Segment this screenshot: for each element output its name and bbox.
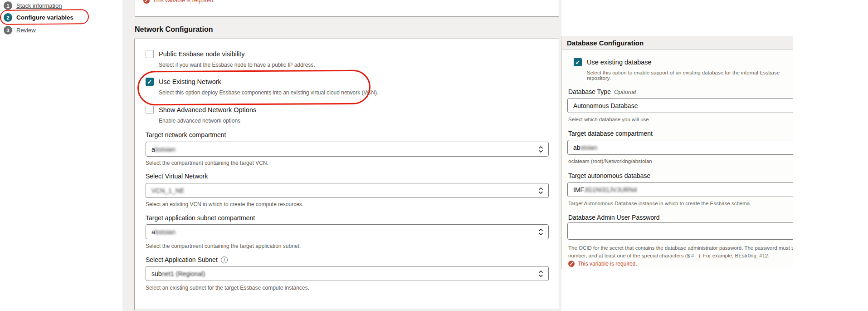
show-advanced-network-options-checkbox[interactable] bbox=[146, 106, 154, 114]
annotation-circle-use-existing-network bbox=[137, 70, 371, 106]
select-virtual-network-label: Select Virtual Network bbox=[146, 173, 208, 180]
database-type-label: Database Type Optional bbox=[568, 88, 636, 95]
field-helper: Target Autonomous Database instance in w… bbox=[568, 201, 751, 206]
redacted-value: VCN_1_NE bbox=[151, 187, 184, 194]
password-helper-line1: The OCID for the secret that contains th… bbox=[568, 245, 793, 251]
select-virtual-network-select[interactable]: VCN_1_NE bbox=[146, 183, 549, 198]
network-configuration-card: Public Essbase node visibility Select if… bbox=[134, 39, 559, 310]
database-configuration-panel: Database Configuration Use existing data… bbox=[561, 36, 793, 269]
select-spinner-icon bbox=[538, 145, 543, 153]
checkbox-helper: Select this option deploy Essbase compon… bbox=[159, 89, 378, 96]
step-2-badge: 2 bbox=[4, 13, 12, 22]
redacted-value: stoian bbox=[580, 144, 597, 151]
error-icon bbox=[568, 261, 575, 267]
step-3-badge: 3 bbox=[4, 26, 12, 35]
password-required-error: This variable is required. bbox=[568, 261, 637, 267]
target-autonomous-database-label: Target autonomous database bbox=[568, 172, 650, 179]
select-application-subnet-label: Select Application Subnet i bbox=[146, 256, 228, 263]
error-text: This variable is required. bbox=[153, 0, 215, 4]
redacted-value: net1 (Regional) bbox=[162, 270, 205, 277]
checkbox-helper: Enable advanced network options bbox=[159, 118, 240, 124]
select-spinner-icon bbox=[538, 228, 543, 236]
database-type-select[interactable]: Autonomous Database bbox=[567, 98, 793, 113]
checkbox-label: Use existing database bbox=[587, 59, 652, 66]
field-helper: Select which database you will use bbox=[568, 117, 649, 122]
target-application-subnet-compartment-label: Target application subnet compartment bbox=[146, 214, 255, 222]
step-configure-variables[interactable]: 2 Configure variables bbox=[4, 13, 73, 22]
database-admin-password-label: Database Admin User Password bbox=[568, 214, 660, 221]
database-configuration-title: Database Configuration bbox=[562, 36, 793, 50]
previous-section-box: This variable is required. bbox=[135, 0, 559, 17]
checkbox-helper: Select this option to enable support of … bbox=[587, 70, 793, 81]
checkbox-label: Show Advanced Network Options bbox=[159, 106, 256, 114]
redacted-value: JG1NI31JVJURN4 bbox=[584, 186, 637, 193]
target-network-compartment-select[interactable]: abstoian bbox=[146, 142, 549, 157]
step-1-badge: 1 bbox=[4, 1, 12, 10]
step-3-label[interactable]: Review bbox=[16, 27, 36, 34]
target-database-compartment-select[interactable]: abstoian bbox=[567, 140, 793, 155]
redacted-value: bstoian bbox=[155, 146, 176, 153]
checkbox-label: Use Existing Network bbox=[159, 78, 221, 85]
error-icon bbox=[143, 0, 150, 4]
use-existing-database-row: Use existing database bbox=[574, 58, 652, 66]
public-essbase-node-visibility-row: Public Essbase node visibility bbox=[146, 50, 244, 58]
field-helper: ociateam (root)/Networking/abstoian bbox=[568, 158, 652, 164]
target-database-compartment-label: Target database compartment bbox=[568, 130, 653, 137]
error-text: This variable is required. bbox=[578, 261, 637, 267]
redacted-value: bstoian bbox=[155, 228, 176, 236]
target-application-subnet-compartment-select[interactable]: abstoian bbox=[146, 224, 549, 239]
field-helper: Select an existing VCN in which to creat… bbox=[146, 201, 303, 207]
field-helper: Select an existing subnet for the target… bbox=[146, 285, 309, 291]
use-existing-network-row: Use Existing Network bbox=[146, 78, 221, 86]
use-existing-network-checkbox[interactable] bbox=[146, 78, 154, 86]
field-helper: Select the compartment containing the ta… bbox=[146, 243, 301, 249]
required-error: This variable is required. bbox=[143, 0, 215, 4]
target-network-compartment-label: Target network compartment bbox=[146, 131, 226, 138]
step-1-label[interactable]: Stack information bbox=[16, 2, 62, 9]
use-existing-database-checkbox[interactable] bbox=[574, 58, 582, 66]
step-stack-information[interactable]: 1 Stack information bbox=[4, 1, 62, 10]
step-2-label: Configure variables bbox=[16, 14, 73, 21]
select-spinner-icon bbox=[538, 270, 543, 277]
info-icon[interactable]: i bbox=[221, 257, 228, 263]
optional-tag: Optional bbox=[614, 89, 636, 95]
checkbox-helper: Select if you want the Essbase node to h… bbox=[159, 62, 315, 68]
select-spinner-icon bbox=[538, 187, 543, 194]
step-review[interactable]: 3 Review bbox=[4, 26, 36, 35]
select-application-subnet-select[interactable]: subnet1 (Regional) bbox=[146, 266, 549, 281]
show-advanced-network-options-row: Show Advanced Network Options bbox=[146, 106, 256, 114]
public-essbase-node-visibility-checkbox[interactable] bbox=[146, 50, 154, 58]
database-admin-password-input[interactable] bbox=[567, 222, 793, 240]
network-configuration-title: Network Configuration bbox=[135, 25, 213, 34]
checkbox-label: Public Essbase node visibility bbox=[159, 50, 244, 58]
stack-wizard-page: 1 Stack information 2 Configure variable… bbox=[0, 0, 868, 311]
password-helper-line2: number, and at least one of the special … bbox=[568, 253, 770, 258]
field-helper: Select the compartment containing the ta… bbox=[146, 160, 268, 166]
target-autonomous-database-select[interactable]: IMFJG1NI31JVJURN4 bbox=[567, 182, 793, 197]
